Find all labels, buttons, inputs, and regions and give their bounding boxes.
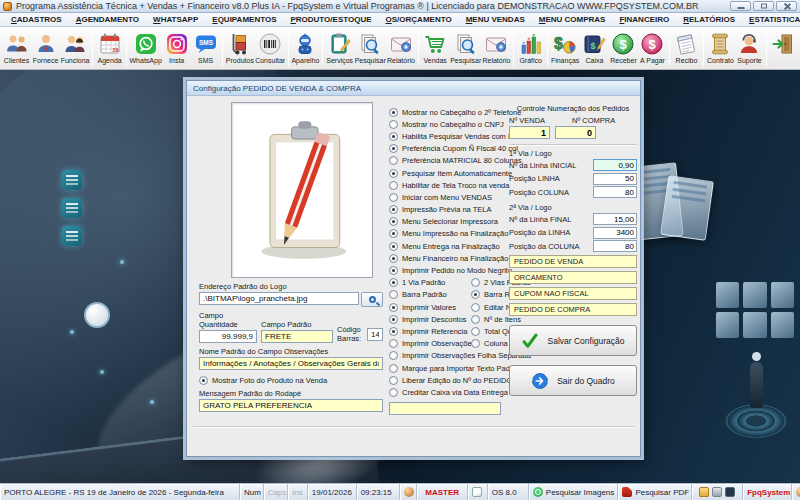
cupom-nao-fiscal-button[interactable]: CUPOM NAO FISCAL xyxy=(509,287,637,300)
radio-icon xyxy=(389,144,398,153)
toolbar-clientes-button[interactable]: Clientes xyxy=(2,28,31,69)
via2-row-label: Nº da Linha FINAL xyxy=(509,215,593,224)
toolbar-receber-button[interactable]: $Receber xyxy=(609,28,638,69)
toolbar-pesquisar-button[interactable]: Pesquisar xyxy=(354,28,386,69)
toolbar-financas-button[interactable]: $Finanças xyxy=(550,28,580,69)
menu-equipamentos[interactable]: EQUIPAMENTOS xyxy=(205,14,283,25)
toolbar-servicos-button[interactable]: Serviços xyxy=(325,28,354,69)
menu-relatorios[interactable]: RELATÓRIOS xyxy=(676,14,742,25)
observacoes-input[interactable] xyxy=(199,357,383,370)
option-imprimir-observacoes[interactable]: Imprimir Observações xyxy=(389,339,471,348)
menu-agendamento[interactable]: AGENDAMENTO xyxy=(69,14,146,25)
campo-padrao-input[interactable] xyxy=(261,330,333,343)
option-mostrar-no-cabecalho-o-cnpj[interactable]: Mostrar no Cabeçalho o CNPJ xyxy=(389,120,504,129)
option-1-via-padrao[interactable]: 1 Via Padrão xyxy=(389,278,471,287)
option-imprimir-pedido-no-modo-negrito[interactable]: Imprimir Pedido no Modo Negrito xyxy=(389,266,512,275)
toolbar-separator xyxy=(513,31,514,66)
minimize-button[interactable] xyxy=(730,1,751,11)
menu-os-orcamento[interactable]: OS/ORÇAMENTO xyxy=(379,14,459,25)
dialog-titlebar[interactable]: Configuração PEDIDO DE VENDA & COMPRA xyxy=(187,81,640,96)
menu-cadastros[interactable]: CADASTROS xyxy=(4,14,69,25)
posicao-coluna2-input[interactable] xyxy=(593,240,637,252)
menu-estatistica[interactable]: ESTATISTICA xyxy=(742,14,800,25)
toolbar-fornece-button[interactable]: Fornece xyxy=(31,28,60,69)
toolbar-agenda-button[interactable]: 29Agenda xyxy=(95,28,124,69)
option-label: Preferência Cupom Ñ Fiscal 40 col xyxy=(402,144,518,153)
toolbar-grafico-button[interactable]: Gráfico xyxy=(516,28,545,69)
option-barra-padrao[interactable]: Barra Padrão xyxy=(389,290,471,299)
menu-whatsapp[interactable]: WHATSAPP xyxy=(146,14,205,25)
toolbar-recibo-button[interactable]: Recibo xyxy=(672,28,701,69)
option-mostrar-no-cabecalho-o-2-telefone[interactable]: Mostrar no Cabeçalho o 2º Telefone xyxy=(389,108,521,117)
linha-final-input[interactable] xyxy=(593,213,637,225)
option-menu-selecionar-impressora[interactable]: Menu Selecionar Impressora xyxy=(389,217,498,226)
linha-inicial-input[interactable] xyxy=(593,159,637,171)
option-imprimir-descontos[interactable]: Imprimir Descontos xyxy=(389,315,471,324)
option-impressao-previa-na-tela[interactable]: Impressão Prévia na TELA xyxy=(389,205,492,214)
toolbar-label: Pesquisar xyxy=(450,57,481,64)
option-menu-impressao-na-finalizacao[interactable]: Menu Impressão na Finalização xyxy=(389,229,508,238)
toolbar-aparelho-button[interactable]: Aparelho xyxy=(291,28,320,69)
option-habilitar-de-tela-troco-na-venda[interactable]: Habilitar de Tela Troco na venda xyxy=(389,181,509,190)
toolbar-produtos-button[interactable]: Produtos xyxy=(225,28,254,69)
background-tile-grid xyxy=(716,282,794,338)
toolbar-contrato-button[interactable]: Contrato xyxy=(706,28,735,69)
posicao-linha2-input[interactable] xyxy=(593,227,637,239)
rodape-input[interactable] xyxy=(199,399,383,412)
num-compra-input[interactable] xyxy=(555,126,596,139)
option-liberar-edicao-do-n-do-pedido[interactable]: Liberar Edição do Nº do PEDIDO xyxy=(389,376,512,385)
option-label: Preferência MATRICIAL 80 Colunas xyxy=(402,156,522,165)
codigo-barras-input[interactable] xyxy=(367,328,383,341)
toolbar-a-pagar-button[interactable]: $A Pagar xyxy=(638,28,667,69)
close-button[interactable] xyxy=(776,1,797,11)
option-imprimir-valores[interactable]: Imprimir Valores xyxy=(389,303,471,312)
option-preferencia-matricial-80-colunas[interactable]: Preferência MATRICIAL 80 Colunas xyxy=(389,156,522,165)
toolbar-vendas-button[interactable]: Vendas xyxy=(421,28,450,69)
num-venda-input[interactable] xyxy=(509,126,550,139)
option-preferencia-cupom-n-fiscal-40-col[interactable]: Preferência Cupom Ñ Fiscal 40 col xyxy=(389,144,518,153)
option-imprimir-referencia[interactable]: Imprimir Referencia xyxy=(389,327,471,336)
folder-icon[interactable] xyxy=(699,487,709,497)
toolbar-insta-button[interactable]: Insta xyxy=(162,28,191,69)
pedido-compra-button[interactable]: PEDIDO DE COMPRA xyxy=(509,303,637,316)
posicao-linha-input[interactable] xyxy=(593,173,637,185)
menu-financeiro[interactable]: FINANCEIRO xyxy=(612,14,676,25)
browse-logo-button[interactable] xyxy=(361,292,383,307)
pedido-venda-button[interactable]: PEDIDO DE VENDA xyxy=(509,255,637,268)
save-config-button[interactable]: Salvar Configuração xyxy=(509,325,637,356)
option-menu-financeiro-na-finalizacao[interactable]: Menu Financeiro na Finalização xyxy=(389,254,508,263)
menu-menu-vendas[interactable]: MENU VENDAS xyxy=(459,14,532,25)
status-search-images[interactable]: Pesquisar Imagens xyxy=(529,484,619,500)
menu-menu-compras[interactable]: MENU COMPRAS xyxy=(532,14,613,25)
toolbar-consultar-button[interactable]: Consultar xyxy=(255,28,286,69)
toolbar-caixa-button[interactable]: $Caixa xyxy=(580,28,609,69)
toolbar-relatorio-button[interactable]: Relatório xyxy=(386,28,415,69)
option-marque-para-importar-texto-padrao[interactable]: Marque para Importar Texto Padrão xyxy=(389,364,521,373)
option-habilita-pesquisar-vendas-com-filtro[interactable]: Habilita Pesquisar Vendas com Filtro xyxy=(389,132,525,141)
option-menu-entrega-na-finalizacao[interactable]: Menu Entrega na Finalização xyxy=(389,242,500,251)
option-iniciar-com-menu-vendas[interactable]: Iniciar com Menu VENDAS xyxy=(389,193,492,202)
posicao-coluna-input[interactable] xyxy=(593,186,637,198)
toolbar-sms-button[interactable]: SMSSMS xyxy=(191,28,220,69)
orcamento-button[interactable]: ORCAMENTO xyxy=(509,271,637,284)
extra-footer-field[interactable] xyxy=(389,402,501,415)
status-search-pdf[interactable]: Pesquisar PDF xyxy=(618,484,692,500)
via2-row-label: Posição da LINHA xyxy=(509,228,593,237)
toolbar-suporte-button[interactable]: Suporte xyxy=(735,28,764,69)
printer-icon[interactable] xyxy=(712,487,722,497)
toolbar-exit-door-button[interactable] xyxy=(769,28,798,69)
campo-quantidade-input[interactable] xyxy=(199,330,257,343)
exit-dialog-button[interactable]: Sair do Quadro xyxy=(509,365,637,396)
monitor-icon[interactable] xyxy=(725,487,735,497)
option-mostrar-foto-produto[interactable]: Mostrar Foto do Produto na Venda xyxy=(199,376,383,385)
option-pesquisar-item-automaticamente[interactable]: Pesquisar Item Automaticamente xyxy=(389,169,512,178)
toolbar-funciona-button[interactable]: Funciona xyxy=(60,28,90,69)
option-creditar-caixa-via-data-entrega[interactable]: Creditar Caixa via Data Entrega xyxy=(389,388,508,397)
toolbar-whatsapp-button[interactable]: WhatsApp xyxy=(129,28,162,69)
menu-produto-estoque[interactable]: PRODUTO/ESTOQUE xyxy=(283,14,378,25)
toolbar-relatorio-button[interactable]: Relatório xyxy=(482,28,511,69)
toolbar-pesquisar-button[interactable]: Pesquisar xyxy=(450,28,482,69)
restore-button[interactable] xyxy=(753,1,774,11)
logo-path-input[interactable] xyxy=(199,292,359,305)
toolbar-label: Suporte xyxy=(737,57,762,64)
